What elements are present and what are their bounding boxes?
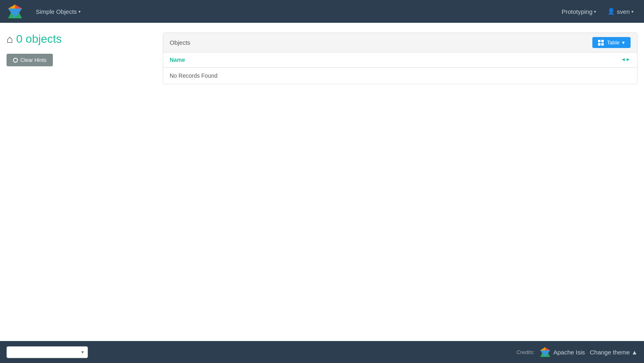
simple-objects-label: Simple Objects: [36, 8, 77, 15]
circle-icon: [13, 58, 18, 63]
simple-objects-caret: ▾: [79, 9, 81, 14]
user-icon: 👤: [607, 8, 615, 15]
navbar: Simple Objects ▾ Prototyping ▾ 👤 sven ▾: [0, 0, 644, 23]
prototyping-caret: ▾: [594, 9, 596, 14]
navbar-right: Prototyping ▾ 👤 sven ▾: [557, 8, 637, 15]
table-button[interactable]: Table ▾: [592, 37, 631, 48]
user-caret: ▾: [631, 9, 633, 14]
name-column-header[interactable]: Name ◄►: [163, 52, 637, 68]
change-theme-button[interactable]: Change theme ▲: [590, 349, 637, 356]
user-menu[interactable]: 👤 sven ▾: [603, 8, 637, 15]
clear-hints-label: Clear Hints: [20, 57, 46, 63]
no-records-row: No Records Found: [163, 68, 637, 84]
apache-isis-link[interactable]: Apache Isis: [539, 346, 585, 358]
prototyping-label: Prototyping: [561, 8, 592, 15]
footer-select-wrapper[interactable]: ▼: [7, 346, 88, 358]
user-label: sven: [617, 8, 630, 15]
brand-logo-container: [7, 3, 25, 20]
footer-right: Credits: Apache Isis Change theme ▲: [516, 346, 637, 358]
credits-label: Credits:: [516, 349, 535, 355]
footer: ▼ Credits: Apache Isis Change theme ▲: [0, 341, 644, 363]
change-theme-caret: ▲: [631, 349, 637, 356]
prototyping-menu[interactable]: Prototyping ▾: [557, 8, 600, 15]
object-count: 0 objects: [16, 33, 62, 46]
no-records-cell: No Records Found: [163, 68, 637, 84]
table-button-caret: ▾: [622, 39, 625, 46]
footer-select[interactable]: [7, 346, 88, 358]
objects-table: Name ◄► No Records Found: [163, 52, 637, 84]
brand-logo: [7, 3, 24, 20]
objects-panel-title: Objects: [170, 39, 190, 46]
home-icon: ⌂: [7, 33, 13, 46]
apache-isis-logo: [539, 346, 551, 358]
table-button-label: Table: [607, 39, 620, 46]
simple-objects-menu[interactable]: Simple Objects ▾: [32, 8, 85, 15]
clear-hints-button[interactable]: Clear Hints: [7, 54, 53, 66]
objects-panel: Objects Table ▾ Name ◄►: [163, 33, 637, 84]
table-grid-icon: [598, 40, 604, 46]
change-theme-label: Change theme: [590, 349, 630, 356]
sort-icon: ◄►: [621, 57, 631, 62]
left-panel: ⌂ 0 objects Clear Hints: [7, 33, 153, 331]
main-content: ⌂ 0 objects Clear Hints Objects Table ▾: [0, 23, 644, 341]
objects-header: Objects Table ▾: [163, 33, 637, 52]
apache-isis-label: Apache Isis: [553, 349, 585, 356]
page-title-container: ⌂ 0 objects: [7, 33, 153, 46]
table-header-row: Name ◄►: [163, 52, 637, 68]
